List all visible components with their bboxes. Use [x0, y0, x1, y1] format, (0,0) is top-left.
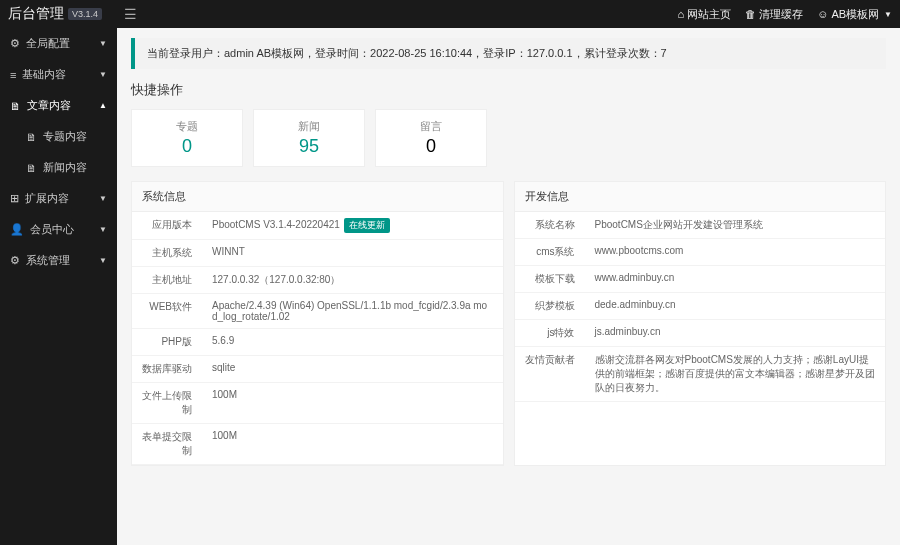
info-key: 友情贡献者: [515, 347, 585, 402]
update-badge[interactable]: 在线更新: [344, 218, 390, 233]
sidebar-sub-topic[interactable]: 🗎专题内容: [0, 121, 117, 152]
info-value: Apache/2.4.39 (Win64) OpenSSL/1.1.1b mod…: [202, 294, 503, 329]
home-link[interactable]: ⌂网站主页: [678, 7, 732, 22]
table-row: 模板下载www.adminbuy.cn: [515, 266, 886, 293]
table-row: PHP版5.6.9: [132, 329, 503, 356]
info-key: 数据库驱动: [132, 356, 202, 383]
list-icon: ≡: [10, 69, 16, 81]
sidebar-sub-news[interactable]: 🗎新闻内容: [0, 152, 117, 183]
info-key: js特效: [515, 320, 585, 347]
table-row: cms系统www.pbootcms.com: [515, 239, 886, 266]
info-value: PbootCMS V3.1.4-20220421在线更新: [202, 212, 503, 240]
gear-icon: ⚙: [10, 254, 20, 267]
chevron-up-icon: ▲: [99, 101, 107, 110]
table-row: WEB软件Apache/2.4.39 (Win64) OpenSSL/1.1.1…: [132, 294, 503, 329]
chevron-down-icon: ▼: [99, 39, 107, 48]
info-value: WINNT: [202, 240, 503, 267]
grid-icon: ⊞: [10, 192, 19, 205]
file-icon: 🗎: [26, 131, 37, 143]
stat-value: 0: [182, 136, 192, 157]
sidebar-item-system-manage[interactable]: ⚙系统管理▼: [0, 245, 117, 276]
dev-info-table: 系统名称PbootCMS企业网站开发建设管理系统cms系统www.pbootcm…: [515, 212, 886, 402]
info-value: www.pbootcms.com: [585, 239, 886, 266]
info-key: 织梦模板: [515, 293, 585, 320]
table-row: 友情贡献者感谢交流群各网友对PbootCMS发展的人力支持；感谢LayUI提供的…: [515, 347, 886, 402]
info-value: dede.adminbuy.cn: [585, 293, 886, 320]
info-value: js.adminbuy.cn: [585, 320, 886, 347]
chevron-down-icon: ▼: [99, 256, 107, 265]
panel-header: 开发信息: [515, 182, 886, 212]
table-row: 数据库驱动sqlite: [132, 356, 503, 383]
info-key: 表单提交限制: [132, 424, 202, 465]
document-icon: 🗎: [10, 100, 21, 112]
info-key: PHP版: [132, 329, 202, 356]
topbar-right: ⌂网站主页 🗑清理缓存 ☺AB模板网▼: [678, 7, 893, 22]
sidebar-item-extend-content[interactable]: ⊞扩展内容▼: [0, 183, 117, 214]
table-row: 系统名称PbootCMS企业网站开发建设管理系统: [515, 212, 886, 239]
info-key: 主机系统: [132, 240, 202, 267]
user-menu[interactable]: ☺AB模板网▼: [817, 7, 892, 22]
clear-cache-link[interactable]: 🗑清理缓存: [745, 7, 803, 22]
info-key: WEB软件: [132, 294, 202, 329]
user-icon: 👤: [10, 223, 24, 236]
stat-card-news[interactable]: 新闻 95: [253, 109, 365, 167]
sidebar-item-article-content[interactable]: 🗎文章内容▲: [0, 90, 117, 121]
chevron-down-icon: ▼: [99, 225, 107, 234]
gear-icon: ⚙: [10, 37, 20, 50]
table-row: 应用版本PbootCMS V3.1.4-20220421在线更新: [132, 212, 503, 240]
info-value: www.adminbuy.cn: [585, 266, 886, 293]
sidebar-item-basic-content[interactable]: ≡基础内容▼: [0, 59, 117, 90]
stat-card-message[interactable]: 留言 0: [375, 109, 487, 167]
info-key: 文件上传限制: [132, 383, 202, 424]
info-key: 模板下载: [515, 266, 585, 293]
stat-label: 新闻: [298, 119, 320, 134]
chevron-down-icon: ▼: [884, 10, 892, 19]
info-key: cms系统: [515, 239, 585, 266]
table-row: 表单提交限制100M: [132, 424, 503, 465]
chevron-down-icon: ▼: [99, 70, 107, 79]
stat-cards: 专题 0 新闻 95 留言 0: [131, 109, 886, 167]
system-info-panel: 系统信息 应用版本PbootCMS V3.1.4-20220421在线更新主机系…: [131, 181, 504, 466]
sidebar-item-global-config[interactable]: ⚙全局配置▼: [0, 28, 117, 59]
brand-title: 后台管理: [8, 5, 64, 23]
info-value: 127.0.0.32（127.0.0.32:80）: [202, 267, 503, 294]
main-content: 当前登录用户：admin AB模板网，登录时间：2022-08-25 16:10…: [117, 28, 900, 545]
file-icon: 🗎: [26, 162, 37, 174]
table-row: 主机地址127.0.0.32（127.0.0.32:80）: [132, 267, 503, 294]
info-value: 感谢交流群各网友对PbootCMS发展的人力支持；感谢LayUI提供的前端框架；…: [585, 347, 886, 402]
home-icon: ⌂: [678, 8, 685, 20]
stat-value: 95: [299, 136, 319, 157]
sidebar: ⚙全局配置▼ ≡基础内容▼ 🗎文章内容▲ 🗎专题内容 🗎新闻内容 ⊞扩展内容▼ …: [0, 28, 117, 545]
dev-info-panel: 开发信息 系统名称PbootCMS企业网站开发建设管理系统cms系统www.pb…: [514, 181, 887, 466]
sidebar-item-member-center[interactable]: 👤会员中心▼: [0, 214, 117, 245]
info-value: 100M: [202, 424, 503, 465]
info-key: 主机地址: [132, 267, 202, 294]
panel-header: 系统信息: [132, 182, 503, 212]
login-info-bar: 当前登录用户：admin AB模板网，登录时间：2022-08-25 16:10…: [131, 38, 886, 69]
stat-label: 专题: [176, 119, 198, 134]
stat-label: 留言: [420, 119, 442, 134]
table-row: 织梦模板dede.adminbuy.cn: [515, 293, 886, 320]
version-badge: V3.1.4: [68, 8, 102, 20]
topbar: 后台管理 V3.1.4 ☰ ⌂网站主页 🗑清理缓存 ☺AB模板网▼: [0, 0, 900, 28]
trash-icon: 🗑: [745, 8, 756, 20]
info-value: PbootCMS企业网站开发建设管理系统: [585, 212, 886, 239]
info-value: 5.6.9: [202, 329, 503, 356]
chevron-down-icon: ▼: [99, 194, 107, 203]
user-icon: ☺: [817, 8, 828, 20]
quick-actions-title: 快捷操作: [131, 81, 886, 99]
table-row: 文件上传限制100M: [132, 383, 503, 424]
info-key: 系统名称: [515, 212, 585, 239]
table-row: 主机系统WINNT: [132, 240, 503, 267]
info-value: sqlite: [202, 356, 503, 383]
system-info-table: 应用版本PbootCMS V3.1.4-20220421在线更新主机系统WINN…: [132, 212, 503, 465]
stat-card-topic[interactable]: 专题 0: [131, 109, 243, 167]
menu-toggle-icon[interactable]: ☰: [124, 6, 137, 22]
info-value: 100M: [202, 383, 503, 424]
info-key: 应用版本: [132, 212, 202, 240]
table-row: js特效js.adminbuy.cn: [515, 320, 886, 347]
stat-value: 0: [426, 136, 436, 157]
